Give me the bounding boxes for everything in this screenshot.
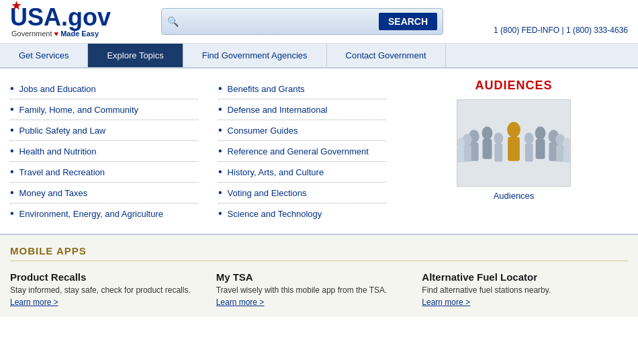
logo-star: ★ <box>11 1 21 11</box>
topic-link-money[interactable]: Money and Taxes <box>19 188 88 198</box>
list-item: Benefits and Grants <box>218 79 386 99</box>
topic-link-science[interactable]: Science and Technology <box>228 209 322 219</box>
app-item-my-tsa: My TSA Travel wisely with this mobile ap… <box>216 271 422 307</box>
list-item: Defense and International <box>218 99 386 120</box>
list-item: Voting and Elections <box>218 183 386 203</box>
nav-tab-contact-government[interactable]: Contact Government <box>327 44 446 67</box>
logo-dot: . <box>61 3 68 31</box>
search-input[interactable] <box>183 16 379 27</box>
list-item: History, Arts, and Culture <box>218 162 386 183</box>
svg-point-6 <box>535 126 546 140</box>
left-column: Jobs and Education Family, Home, and Com… <box>10 79 198 224</box>
site-header: USA.gov★ Government ♥ Made Easy 🔍 SEARCH… <box>0 0 638 44</box>
svg-point-12 <box>494 132 503 144</box>
list-item: Public Safety and Law <box>10 120 198 141</box>
nav-tab-get-services[interactable]: Get Services <box>0 44 88 67</box>
topic-link-consumer[interactable]: Consumer Guides <box>228 126 298 136</box>
topic-link-benefits[interactable]: Benefits and Grants <box>228 84 305 94</box>
topic-link-jobs[interactable]: Jobs and Education <box>19 84 96 94</box>
svg-point-14 <box>525 132 534 144</box>
app-item-product-recalls: Product Recalls Stay informed, stay safe… <box>10 271 216 307</box>
list-item: Science and Technology <box>218 203 386 224</box>
app-description: Travel wisely with this mobile app from … <box>216 285 409 295</box>
topic-link-history[interactable]: History, Arts, and Culture <box>228 167 324 177</box>
topic-link-health[interactable]: Health and Nutrition <box>19 146 97 156</box>
nav-tab-find-agencies[interactable]: Find Government Agencies <box>183 44 327 67</box>
main-content: Jobs and Education Family, Home, and Com… <box>0 69 638 235</box>
list-item: Health and Nutrition <box>10 141 198 162</box>
right-column: AUDIENCES <box>386 79 628 224</box>
svg-rect-11 <box>463 145 471 162</box>
app-title: My TSA <box>216 271 409 283</box>
logo-area: USA.gov★ Government ♥ Made Easy <box>10 5 111 38</box>
svg-rect-19 <box>457 148 464 163</box>
topic-link-voting[interactable]: Voting and Elections <box>228 188 307 198</box>
audiences-image[interactable] <box>457 99 571 187</box>
logo-gov: gov <box>68 3 111 31</box>
crowd-svg <box>457 99 570 187</box>
svg-point-2 <box>482 126 493 140</box>
app-title: Alternative Fuel Locator <box>422 271 614 283</box>
main-nav: Get Services Explore Topics Find Governm… <box>0 44 638 69</box>
topic-link-defense[interactable]: Defense and International <box>228 105 328 115</box>
list-item: Consumer Guides <box>218 120 386 141</box>
app-description: Find alternative fuel stations nearby. <box>422 285 614 295</box>
search-button[interactable]: SEARCH <box>379 13 437 30</box>
svg-rect-17 <box>556 145 564 162</box>
list-item: Family, Home, and Community <box>10 99 198 120</box>
phone-number: 1 (800) FED-INFO | 1 (800) 333-4636 <box>494 26 628 38</box>
app-learn-more-link[interactable]: Learn more > <box>216 298 265 307</box>
logo[interactable]: USA.gov★ <box>10 5 111 30</box>
list-item: Environment, Energy, and Agriculture <box>10 203 198 224</box>
svg-rect-13 <box>494 144 502 162</box>
topic-link-family[interactable]: Family, Home, and Community <box>19 105 138 115</box>
nav-tab-explore-topics[interactable]: Explore Topics <box>88 44 183 67</box>
app-description: Stay informed, stay safe, check for prod… <box>10 285 203 295</box>
svg-rect-7 <box>536 139 545 159</box>
audiences-title: AUDIENCES <box>475 79 552 93</box>
audiences-link[interactable]: Audiences <box>494 191 535 201</box>
middle-column: Benefits and Grants Defense and Internat… <box>198 79 386 224</box>
search-bar: 🔍 SEARCH <box>161 8 443 35</box>
app-learn-more-link[interactable]: Learn more > <box>422 298 470 307</box>
app-item-alt-fuel: Alternative Fuel Locator Find alternativ… <box>422 271 628 307</box>
topic-link-safety[interactable]: Public Safety and Law <box>19 126 106 136</box>
apps-grid: Product Recalls Stay informed, stay safe… <box>10 271 628 307</box>
search-icon: 🔍 <box>167 16 179 27</box>
app-learn-more-link[interactable]: Learn more > <box>10 298 58 307</box>
list-item: Reference and General Government <box>218 141 386 162</box>
svg-rect-5 <box>508 137 520 161</box>
mobile-apps-title: MOBILE APPS <box>10 245 628 261</box>
mobile-apps-section: MOBILE APPS Product Recalls Stay informe… <box>0 235 638 317</box>
list-item: Jobs and Education <box>10 79 198 99</box>
svg-rect-21 <box>563 148 570 163</box>
topic-link-travel[interactable]: Travel and Recreation <box>19 167 105 177</box>
list-item: Travel and Recreation <box>10 162 198 183</box>
list-item: Money and Taxes <box>10 183 198 203</box>
topic-link-environment[interactable]: Environment, Energy, and Agriculture <box>19 209 163 219</box>
svg-point-4 <box>507 122 520 138</box>
topic-link-reference[interactable]: Reference and General Government <box>228 146 369 156</box>
app-title: Product Recalls <box>10 271 203 283</box>
svg-rect-3 <box>483 139 492 159</box>
left-topic-list: Jobs and Education Family, Home, and Com… <box>10 79 198 224</box>
middle-topic-list: Benefits and Grants Defense and Internat… <box>218 79 386 224</box>
svg-rect-15 <box>525 144 533 162</box>
